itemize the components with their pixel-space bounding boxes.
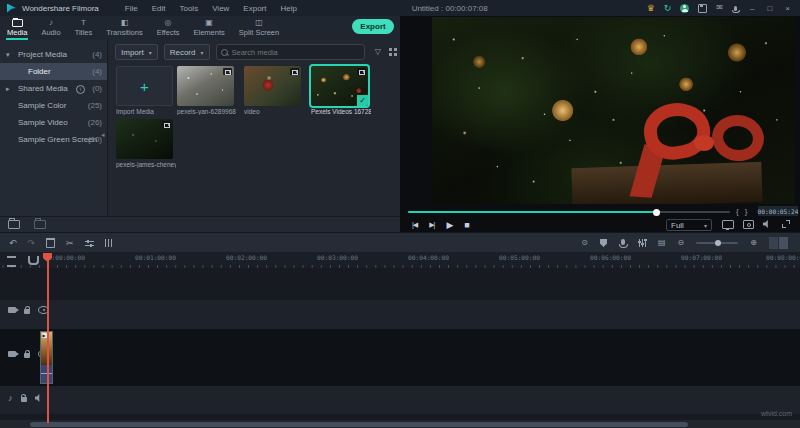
undo-icon[interactable]: ↶	[9, 239, 17, 248]
upgrade-crown-icon[interactable]: ♛	[647, 4, 655, 13]
export-button[interactable]: Export	[352, 19, 394, 34]
timeline-ruler[interactable]: 00:00:00:00 00:01:00:00 00:02:00:00 00:0…	[0, 252, 800, 268]
previous-frame-button[interactable]: |◀	[412, 221, 417, 229]
search-input[interactable]	[232, 48, 360, 57]
ribbon-knot-graphic	[694, 135, 714, 151]
seek-row: {} 00:00:05:24	[400, 205, 800, 218]
seek-knob[interactable]	[653, 209, 660, 216]
tab-media[interactable]: Media	[0, 16, 34, 40]
split-scissors-icon[interactable]: ✂	[66, 239, 74, 248]
zoom-in-icon[interactable]: ⊕	[750, 239, 757, 247]
zoom-level-dropdown[interactable]: Full ▾	[666, 219, 712, 231]
sidebar-item-sample-video[interactable]: Sample Video (26)	[0, 114, 107, 131]
menu-edit[interactable]: Edit	[152, 4, 166, 13]
mute-speaker-icon[interactable]	[35, 394, 43, 402]
titles-icon: T	[81, 19, 86, 27]
sidebar-item-project-media[interactable]: ▾ Project Media (4)	[0, 46, 107, 63]
tab-transitions[interactable]: ◧ Transitions	[99, 16, 149, 40]
preview-timecode: 00:00:05:24	[758, 206, 798, 216]
zoom-slider-knob[interactable]	[715, 240, 721, 246]
sidebar-item-sample-color[interactable]: Sample Color (25)	[0, 97, 107, 114]
lock-icon[interactable]	[24, 353, 30, 358]
transitions-icon: ◧	[121, 19, 129, 27]
maximize-button[interactable]: □	[765, 4, 774, 13]
timeline-zoom-slider[interactable]	[696, 242, 738, 244]
chevron-down-icon[interactable]: ▾	[6, 51, 10, 59]
close-button[interactable]: ×	[783, 4, 792, 13]
display-device-icon[interactable]	[722, 220, 734, 229]
tab-elements[interactable]: ▣ Elements	[186, 16, 231, 40]
grid-view-icon[interactable]	[389, 48, 392, 51]
preview-video[interactable]	[432, 17, 795, 204]
lock-icon[interactable]	[21, 397, 27, 402]
video-track-1[interactable]	[0, 329, 800, 386]
timeline-scrollbar-track[interactable]	[0, 420, 800, 428]
fit-timeline-button[interactable]	[769, 237, 788, 249]
volume-speaker-icon[interactable]	[763, 220, 771, 228]
minimize-button[interactable]: –	[748, 4, 756, 13]
mark-in-out-brackets[interactable]: {}	[736, 207, 753, 216]
effects-icon: ◎	[165, 19, 172, 27]
menu-view[interactable]: View	[212, 4, 229, 13]
tab-titles[interactable]: T Titles	[68, 16, 100, 40]
media-tile-pexels-james[interactable]	[116, 119, 173, 159]
playhead-line[interactable]	[47, 253, 49, 423]
zoom-out-icon[interactable]: ⊖	[678, 239, 685, 247]
sidebar-collapse-icon[interactable]: ◂	[101, 131, 105, 139]
audio-mixer-icon[interactable]	[639, 239, 640, 247]
chevron-right-icon[interactable]: ▸	[6, 85, 10, 93]
new-folder-icon[interactable]	[8, 220, 20, 229]
record-dropdown[interactable]: Record ▾	[164, 44, 210, 60]
save-icon[interactable]	[698, 4, 707, 13]
tab-effects[interactable]: ◎ Effects	[150, 16, 187, 40]
audio-track-1[interactable]	[0, 386, 800, 414]
sidebar-item-sample-green-screen[interactable]: Sample Green Screen (10)	[0, 131, 107, 148]
video-track-2[interactable]	[0, 300, 800, 329]
feedback-mail-icon[interactable]: ✉	[716, 4, 723, 12]
next-frame-button[interactable]: ▶|	[429, 221, 434, 229]
search-box[interactable]	[216, 44, 365, 60]
delete-render-icon[interactable]	[600, 239, 607, 247]
render-preview-icon[interactable]: ⊙	[581, 239, 588, 247]
timeline-tools-right: ⊙ ▤ ⊖ ⊕	[581, 237, 800, 249]
fullscreen-expand-icon[interactable]	[782, 220, 790, 228]
media-panel-header: Import ▾ Record ▾ ▽	[108, 40, 400, 64]
account-avatar[interactable]	[680, 4, 689, 13]
item-count: (4)	[92, 67, 102, 76]
keyboard-shortcut-icon[interactable]: ▤	[658, 239, 666, 247]
tab-audio[interactable]: ♪ Audio	[34, 16, 67, 40]
media-tile-pexels-yan[interactable]	[177, 66, 234, 106]
lock-icon[interactable]	[24, 309, 30, 314]
redo-icon[interactable]: ↷	[28, 239, 36, 248]
sidebar-item-folder[interactable]: Folder (4)	[0, 63, 107, 80]
manage-tracks-icon[interactable]	[7, 256, 16, 267]
split-screen-icon: ◫	[255, 19, 263, 27]
watermark-text: wtvid.com	[761, 410, 792, 417]
delete-folder-icon[interactable]	[34, 220, 46, 229]
speed-adjust-icon[interactable]	[85, 240, 94, 247]
menu-help[interactable]: Help	[280, 4, 296, 13]
menu-export[interactable]: Export	[243, 4, 266, 13]
sidebar-item-shared-media[interactable]: ▸ Shared Media i (0)	[0, 80, 107, 97]
import-dropdown[interactable]: Import ▾	[115, 44, 158, 60]
menu-file[interactable]: File	[125, 4, 138, 13]
import-media-tile[interactable]: +	[116, 66, 173, 106]
media-tile-video[interactable]	[244, 66, 301, 106]
tab-split-screen[interactable]: ◫ Split Screen	[232, 16, 286, 40]
titlebar-right: Untitled : 00:00:07:08 ♛ ↻ ✉ – □ ×	[412, 4, 800, 13]
menu-tools[interactable]: Tools	[179, 4, 198, 13]
filter-icon[interactable]: ▽	[375, 48, 381, 56]
play-button[interactable]: ▶	[446, 220, 452, 230]
timeline-scrollbar-thumb[interactable]	[30, 422, 688, 427]
stop-button[interactable]: ■	[464, 220, 468, 230]
snap-magnet-icon[interactable]	[28, 256, 39, 265]
delete-icon[interactable]	[46, 238, 55, 248]
sync-icon[interactable]: ↻	[664, 4, 672, 13]
tab-transitions-label: Transitions	[106, 28, 142, 37]
snapshot-camera-icon[interactable]	[743, 220, 754, 229]
media-tile-pexels-1672805[interactable]: ✓	[311, 66, 368, 106]
record-voiceover-icon[interactable]	[621, 239, 625, 245]
detach-audio-icon[interactable]	[105, 239, 107, 247]
seek-bar[interactable]	[408, 211, 730, 213]
voiceover-mic-icon[interactable]	[734, 6, 737, 11]
